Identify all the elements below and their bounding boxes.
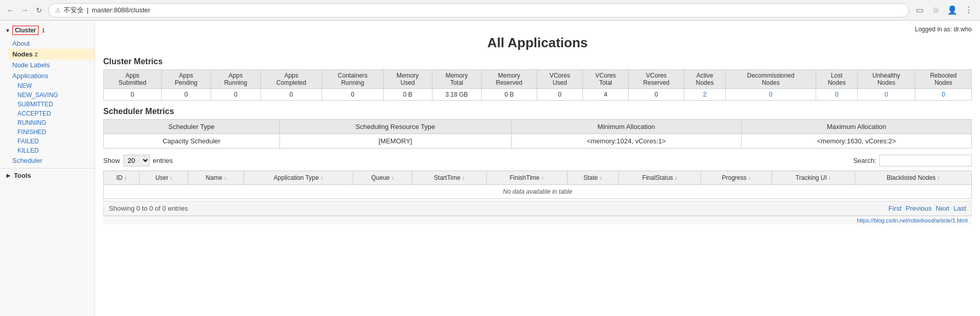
sidebar-scheduler-section: Scheduler [0,155,95,166]
pagination-buttons: First Previous Next Last [889,205,966,212]
col-apps-submitted: AppsSubmitted [104,70,162,89]
sidebar-applications-link[interactable]: Applications [8,70,95,81]
status-url: https://blog.csdn.net/robinhood/article/… [857,217,968,224]
tools-arrow-icon: ► [5,172,12,179]
apps-col-finish-time[interactable]: FinishTime ↕ [486,171,567,185]
nav-buttons[interactable]: ← → ↻ [4,4,45,16]
sched-val-min-alloc: <memory:1024, vCores:1> [511,134,741,148]
url-text: master:8088/cluster [91,6,150,14]
apps-col-state[interactable]: State ↕ [567,171,618,185]
next-page-btn[interactable]: Next [936,205,950,212]
col-apps-completed: AppsCompleted [260,70,322,89]
col-vcores-total: VCoresTotal [583,70,629,89]
logged-in-text: Logged in as: dr.who [915,26,972,33]
val-memory-used: 0 B [383,89,432,101]
apps-col-start-time[interactable]: StartTime ↕ [412,171,487,185]
last-page-btn[interactable]: Last [953,205,966,212]
sidebar-app-running[interactable]: RUNNING [14,118,95,127]
search-input[interactable] [879,155,972,166]
val-vcores-total: 4 [583,89,629,101]
col-memory-used: MemoryUsed [383,70,432,89]
sidebar-node-labels-link[interactable]: Node Labels [8,60,95,70]
sched-val-resource-type: [MEMORY] [279,134,511,148]
apps-col-app-type[interactable]: Application Type ↕ [244,171,353,185]
browser-chrome: ← → ↻ ⚠ 不安全 | master:8088/cluster ▭ ☆ 👤 … [0,0,980,21]
col-active-nodes: ActiveNodes [684,70,725,89]
col-containers-running: ContainersRunning [322,70,384,89]
sidebar-app-failed[interactable]: FAILED [14,137,95,146]
col-memory-reserved: MemoryReserved [481,70,537,89]
menu-button[interactable]: ⋮ [962,3,976,17]
sidebar-app-new-saving[interactable]: NEW_SAVING [14,90,95,100]
previous-page-btn[interactable]: Previous [906,205,932,212]
back-button[interactable]: ← [4,4,16,16]
cluster-label: Cluster [12,26,39,35]
sidebar-app-finished[interactable]: FINISHED [14,127,95,137]
sched-col-min-alloc: Minimum Allocation [511,120,741,134]
apps-col-final-status[interactable]: FinalStatus ↕ [618,171,701,185]
scheduler-metrics-table: Scheduler Type Scheduling Resource Type … [103,119,972,148]
sidebar-app-accepted[interactable]: ACCEPTED [14,109,95,118]
refresh-button[interactable]: ↻ [33,4,45,16]
sched-col-resource-type: Scheduling Resource Type [279,120,511,134]
val-containers-running: 0 [322,89,384,101]
applications-table: ID ↕ User ↕ Name ↕ Application Type ↕ Qu… [103,171,972,199]
apps-col-progress[interactable]: Progress ↕ [701,171,772,185]
val-memory-total: 3.18 GB [432,89,481,101]
apps-col-tracking-ui[interactable]: Tracking UI ↕ [772,171,855,185]
bookmark-button[interactable]: ☆ [929,3,943,17]
val-apps-submitted: 0 [104,89,162,101]
apps-col-id[interactable]: ID ↕ [104,171,140,185]
app-container: ▼ Cluster 1 About Nodes 2 Node Labels Ap… [0,21,980,316]
cluster-toggle[interactable]: ▼ Cluster 1 [0,23,95,38]
sidebar-nodes-link[interactable]: Nodes 2 [8,49,95,60]
sched-val-type: Capacity Scheduler [104,134,280,148]
sidebar-scheduler-link[interactable]: Scheduler [8,155,95,166]
val-unhealthy-nodes[interactable]: 0 [857,89,915,101]
profile-button[interactable]: 👤 [945,3,959,17]
security-label: 不安全 [64,6,84,15]
tools-toggle[interactable]: ► Tools [0,168,95,182]
sidebar-links: About Nodes 2 Node Labels Applications [0,38,95,81]
val-active-nodes[interactable]: 2 [684,89,725,101]
apps-col-user[interactable]: User ↕ [140,171,189,185]
show-label: Show [103,157,120,164]
apps-col-name[interactable]: Name ↕ [189,171,244,185]
sidebar-app-sub-links: NEW NEW_SAVING SUBMITTED ACCEPTED RUNNIN… [0,81,95,155]
page-title: All Applications [103,35,972,51]
cluster-num: 1 [42,27,45,33]
col-lost-nodes: LostNodes [816,70,857,89]
sched-col-type: Scheduler Type [104,120,280,134]
val-lost-nodes[interactable]: 0 [816,89,857,101]
val-apps-completed: 0 [260,89,322,101]
col-rebooted-nodes: RebootedNodes [915,70,972,89]
col-apps-running: AppsRunning [211,70,260,89]
apps-col-blacklisted-nodes[interactable]: Blacklisted Nodes ↕ [855,171,972,185]
sidebar-app-killed[interactable]: KILLED [14,146,95,155]
table-footer: Showing 0 to 0 of 0 entries First Previo… [103,201,972,216]
table-controls: Show 20 50 100 entries Search: [103,155,972,166]
search-label: Search: [853,157,876,164]
browser-action-buttons[interactable]: ▭ ☆ 👤 ⋮ [912,3,976,17]
val-decommissioned-nodes[interactable]: 0 [725,89,816,101]
sidebar-app-submitted[interactable]: SUBMITTED [14,100,95,109]
col-unhealthy-nodes: UnhealthyNodes [857,70,915,89]
forward-button[interactable]: → [18,4,31,16]
val-apps-running: 0 [211,89,260,101]
val-rebooted-nodes[interactable]: 0 [915,89,972,101]
apps-col-queue[interactable]: Queue ↕ [353,171,412,185]
val-vcores-used: 0 [537,89,582,101]
cast-button[interactable]: ▭ [912,3,927,17]
col-apps-pending: AppsPending [161,70,211,89]
entries-select[interactable]: 20 50 100 [123,155,150,166]
sidebar: ▼ Cluster 1 About Nodes 2 Node Labels Ap… [0,21,95,316]
col-decommissioned-nodes: DecommissionedNodes [725,70,816,89]
show-entries-control: Show 20 50 100 entries [103,155,173,166]
first-page-btn[interactable]: First [889,205,901,212]
address-bar[interactable]: ⚠ 不安全 | master:8088/cluster [48,3,909,17]
sidebar-app-new[interactable]: NEW [14,81,95,90]
sidebar-about-link[interactable]: About [8,38,95,49]
entries-label: entries [153,157,173,164]
cluster-metrics-title: Cluster Metrics [103,57,972,66]
cluster-arrow-icon: ▼ [5,28,10,33]
